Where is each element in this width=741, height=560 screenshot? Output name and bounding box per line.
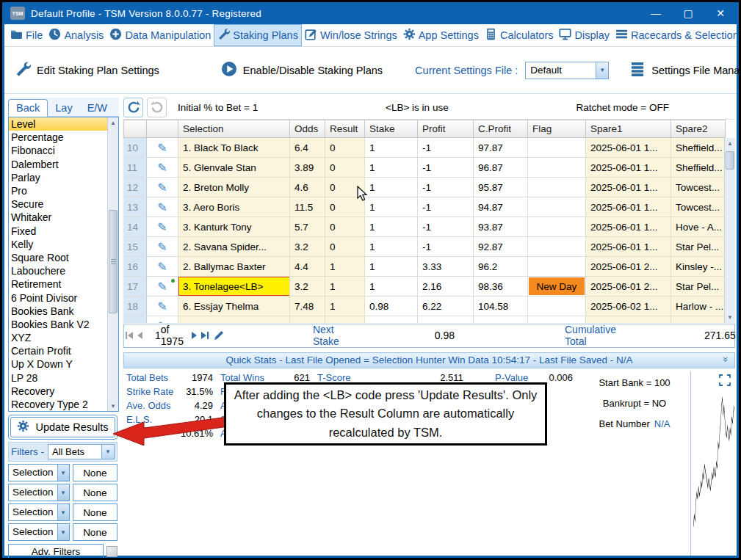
menu-item-app-settings[interactable]: App Settings xyxy=(400,24,482,46)
tab-lay[interactable]: Lay xyxy=(48,100,79,116)
filter-type-dropdown[interactable]: Selection ▼ xyxy=(8,503,70,521)
menu-item-calculators[interactable]: Calculators xyxy=(482,24,557,46)
plan-item-pro[interactable]: Pro xyxy=(9,184,107,197)
spare2-cell[interactable]: Sheffield... xyxy=(671,158,726,178)
chevron-down-icon[interactable]: ▼ xyxy=(101,445,114,459)
spare1-cell[interactable]: 2025-06-01 2... xyxy=(586,277,671,297)
cprofit-cell[interactable]: 108 xyxy=(474,316,528,323)
scrollbar-thumb[interactable] xyxy=(726,151,734,170)
menu-item-win-lose-strings[interactable]: Win/lose Strings xyxy=(302,24,400,46)
flag-cell[interactable] xyxy=(528,316,586,323)
chevron-down-icon[interactable]: ▼ xyxy=(57,465,69,481)
row-number[interactable]: 12 xyxy=(123,178,147,197)
cprofit-cell[interactable]: 98.36 xyxy=(474,277,528,297)
spare1-cell[interactable]: 2025-06-01 1... xyxy=(586,158,671,178)
stake-cell[interactable]: 1 xyxy=(365,138,418,158)
stake-cell[interactable]: 1 xyxy=(365,277,418,297)
flag-cell[interactable] xyxy=(528,237,586,257)
profit-cell[interactable]: -1 xyxy=(418,217,474,237)
chevron-down-icon[interactable]: ▼ xyxy=(596,62,608,79)
selection-cell[interactable]: 3. Aero Boris xyxy=(178,197,290,217)
row-number[interactable]: 16 xyxy=(123,257,147,277)
flag-cell[interactable] xyxy=(528,138,586,158)
profit-cell[interactable]: -1 xyxy=(418,138,474,158)
filter-type-dropdown[interactable]: Selection ▼ xyxy=(8,523,70,541)
edit-pencil-icon[interactable]: ✎ xyxy=(147,138,178,158)
plan-item-recovery[interactable]: Recovery xyxy=(9,385,107,398)
filters-dropdown[interactable]: All Bets ▼ xyxy=(48,444,115,459)
double-chevron-icon[interactable]: » xyxy=(720,356,731,361)
flag-cell[interactable] xyxy=(528,217,586,237)
stake-cell[interactable]: 0.98 xyxy=(365,297,418,316)
column-header-Odds[interactable]: Odds xyxy=(290,120,325,138)
edit-staking-plan-settings-button[interactable]: Edit Staking Plan Settings xyxy=(4,61,170,79)
filter-value-box[interactable]: None xyxy=(73,464,118,481)
column-header-Profit[interactable]: Profit xyxy=(418,120,474,138)
odds-cell[interactable]: 6.4 xyxy=(290,138,325,158)
filter-value-box[interactable]: None xyxy=(73,523,118,541)
plan-item-xyz[interactable]: XYZ xyxy=(9,331,107,344)
settings-file-dropdown[interactable]: Default ▼ xyxy=(525,62,609,79)
cprofit-cell[interactable]: 96.87 xyxy=(474,158,528,178)
minimize-button[interactable]: — xyxy=(640,3,672,23)
edit-pencil-icon[interactable]: ✎ xyxy=(147,197,178,217)
menu-item-file[interactable]: File xyxy=(7,24,46,46)
selection-cell[interactable]: 5. Glenvale Stan xyxy=(178,158,290,178)
first-record-icon[interactable] xyxy=(124,330,134,341)
spare2-cell[interactable]: Sheffield... xyxy=(671,138,726,158)
plan-item-fibonacci[interactable]: Fibonacci xyxy=(9,144,107,157)
tab-back[interactable]: Back xyxy=(8,99,48,117)
stake-cell[interactable]: 1 xyxy=(365,178,418,197)
flag-cell[interactable] xyxy=(528,197,586,217)
edit-pencil-icon[interactable]: ✎ xyxy=(147,237,178,257)
profit-cell[interactable]: -1 xyxy=(418,178,474,197)
result-cell[interactable]: 0 xyxy=(325,217,365,237)
row-number[interactable]: 13 xyxy=(123,197,147,217)
cprofit-cell[interactable]: 95.87 xyxy=(474,178,528,197)
cprofit-cell[interactable]: 92.87 xyxy=(474,237,528,257)
column-header-Result[interactable]: Result xyxy=(325,120,365,138)
update-results-button[interactable]: Update Results xyxy=(10,417,115,437)
plan-item-bookies-bank-v2[interactable]: Bookies Bank V2 xyxy=(9,318,107,331)
column-header-Spare1[interactable]: Spare1 xyxy=(586,120,671,138)
spare1-cell[interactable]: 2025-06-01 1... xyxy=(586,217,671,237)
selection-cell[interactable]: 3. Tonelagee<LB> xyxy=(178,277,290,297)
plan-item-recovery-type-2[interactable]: Recovery Type 2 xyxy=(9,398,107,411)
expand-icon[interactable] xyxy=(719,374,731,389)
row-number[interactable]: 15 xyxy=(123,237,147,257)
odds-cell[interactable]: 11.5 xyxy=(290,197,325,217)
plan-item-labouchere[interactable]: Labouchere xyxy=(9,264,107,277)
chevron-down-icon[interactable]: ▼ xyxy=(57,484,69,501)
row-number[interactable]: 19 xyxy=(123,316,147,323)
spare2-cell[interactable]: Star Pel... xyxy=(671,237,726,257)
flag-cell[interactable] xyxy=(528,178,586,197)
plan-item-up-x-down-y[interactable]: Up X Down Y xyxy=(9,357,107,371)
scroll-up-icon[interactable]: ▲ xyxy=(110,117,116,128)
plan-item-parlay[interactable]: Parlay xyxy=(9,171,107,184)
profit-cell[interactable]: 2.16 xyxy=(418,277,474,297)
selection-cell[interactable]: 2. Savana Spider... xyxy=(178,237,290,257)
edit-pencil-icon[interactable]: ✎ xyxy=(147,217,178,237)
scrollbar-thumb[interactable] xyxy=(109,210,118,313)
settings-file-management-button[interactable]: Settings File Management xyxy=(619,61,741,79)
last-record-icon[interactable] xyxy=(200,330,210,341)
filter-type-dropdown[interactable]: Selection ▼ xyxy=(8,464,70,481)
plan-item-bookies-bank[interactable]: Bookies Bank xyxy=(9,305,107,318)
result-cell[interactable]: 1 xyxy=(325,297,365,316)
profit-cell[interactable]: 6.22 xyxy=(418,297,474,316)
column-header-Selection[interactable]: Selection xyxy=(178,120,290,138)
column-header-C.Profit[interactable]: C.Profit xyxy=(474,120,528,138)
stake-cell[interactable]: 1 xyxy=(365,257,418,277)
odds-cell[interactable]: 3.89 xyxy=(290,158,325,178)
menu-item-display[interactable]: Display xyxy=(556,24,612,46)
redo-button[interactable] xyxy=(147,98,167,117)
profit-cell[interactable]: -1 xyxy=(418,197,474,217)
column-header-blank[interactable] xyxy=(147,120,178,138)
plan-item-whitaker[interactable]: Whitaker xyxy=(9,211,107,224)
result-cell[interactable]: 0 xyxy=(325,138,365,158)
spare1-cell[interactable]: 2025-06-01 1... xyxy=(586,237,671,257)
result-cell[interactable]: 0 xyxy=(325,158,365,178)
flag-cell[interactable]: New Day xyxy=(528,277,586,297)
menu-item-racecards-selection-hunter[interactable]: Racecards & Selection Hunter xyxy=(612,24,741,46)
next-record-icon[interactable] xyxy=(189,330,200,341)
